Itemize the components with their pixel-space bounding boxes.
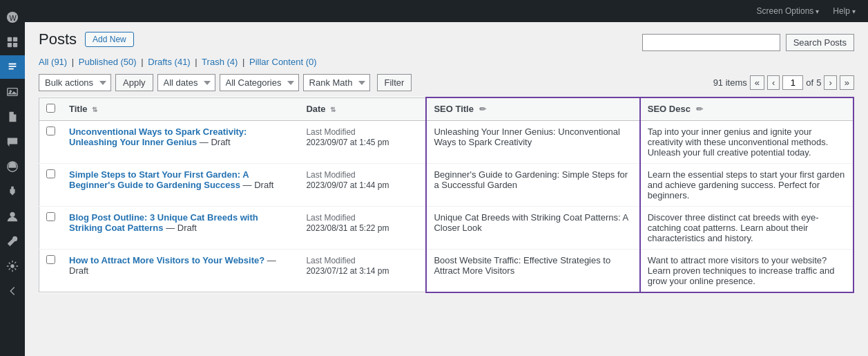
row-checkbox-cell — [39, 249, 63, 292]
title-sort-icon: ⇅ — [92, 106, 97, 113]
seo-desc-label: SEO Desc — [648, 104, 691, 114]
wp-logo-icon[interactable]: W — [0, 6, 25, 29]
select-all-header — [39, 97, 63, 120]
date-filter-select[interactable]: All dates — [157, 74, 215, 91]
date-value: 2023/09/07 at 1:45 pm — [306, 138, 389, 147]
items-count: 91 items — [713, 77, 747, 88]
sep3: | — [195, 57, 197, 67]
row-checkbox[interactable] — [46, 127, 55, 135]
users-icon[interactable] — [0, 205, 25, 228]
svg-point-10 — [10, 264, 14, 268]
page-number-input[interactable] — [782, 75, 803, 90]
sidebar: W — [0, 0, 25, 356]
row-checkbox[interactable] — [46, 212, 55, 221]
seo-title-cell: Beginner's Guide to Gardening: Simple St… — [426, 163, 639, 206]
media-icon[interactable] — [0, 80, 25, 104]
filter-pillar-link[interactable]: Pillar Content (0) — [249, 57, 317, 67]
seo-desc-cell: Want to attract more visitors to your we… — [640, 249, 853, 292]
seo-desc-cell: Tap into your inner genius and ignite yo… — [640, 120, 853, 163]
dashboard-icon[interactable] — [0, 30, 25, 54]
post-title-cell: Simple Steps to Start Your First Garden:… — [62, 163, 299, 206]
sep1: | — [72, 57, 74, 67]
table-row: Simple Steps to Start Your First Garden:… — [39, 163, 854, 206]
table-row: Blog Post Outline: 3 Unique Cat Breeds w… — [39, 206, 854, 249]
posts-table: Title ⇅ Date ⇅ SEO Title ✏ SEO Desc — [39, 97, 854, 293]
filter-trash-link[interactable]: Trash (4) — [202, 57, 238, 67]
post-title-link[interactable]: Blog Post Outline: 3 Unique Cat Breeds w… — [69, 212, 258, 233]
main-content: Screen Options ▾ Help ▾ Posts Add New Se… — [25, 0, 868, 356]
date-value: 2023/08/31 at 5:22 pm — [306, 223, 389, 233]
sep4: | — [242, 57, 244, 67]
help-button[interactable]: Help ▾ — [829, 5, 860, 17]
help-arrow-icon: ▾ — [852, 8, 856, 15]
row-checkbox-cell — [39, 163, 63, 206]
total-pages: 5 — [816, 77, 821, 88]
filter-button[interactable]: Filter — [377, 74, 412, 91]
row-checkbox-cell — [39, 120, 63, 163]
post-date-cell: Last Modified 2023/09/07 at 1:44 pm — [299, 163, 426, 206]
date-modified-label: Last Modified — [306, 256, 355, 265]
seo-title-cell: Boost Website Traffic: Effective Strateg… — [426, 249, 639, 292]
title-area: Posts Add New — [39, 30, 134, 48]
seo-title-label: SEO Title — [434, 104, 474, 114]
post-title-cell: How to Attract More Visitors to Your Web… — [62, 249, 299, 292]
row-checkbox[interactable] — [46, 169, 55, 178]
pagination: 91 items « ‹ of 5 › » — [713, 75, 854, 90]
first-page-button[interactable]: « — [750, 75, 764, 90]
post-title-cell: Unconventional Ways to Spark Creativity:… — [62, 120, 299, 163]
seo-title-edit-icon[interactable]: ✏ — [479, 104, 486, 114]
search-posts-button[interactable]: Search Posts — [786, 34, 854, 51]
category-filter-select[interactable]: All Categories — [220, 74, 299, 91]
date-value: 2023/07/12 at 3:14 pm — [306, 266, 389, 276]
post-status: — Draft — [243, 180, 274, 190]
next-page-button[interactable]: › — [824, 75, 836, 90]
pages-icon[interactable] — [0, 105, 25, 129]
date-label: Date — [306, 104, 325, 114]
post-date-cell: Last Modified 2023/09/07 at 1:45 pm — [299, 120, 426, 163]
filter-drafts-link[interactable]: Drafts (41) — [148, 57, 190, 67]
seo-desc-cell: Discover three distinct cat breeds with … — [640, 206, 853, 249]
comments-icon[interactable] — [0, 130, 25, 153]
seo-title-cell: Unique Cat Breeds with Striking Coat Pat… — [426, 206, 639, 249]
rank-math-select[interactable]: Rank Math — [303, 74, 370, 91]
svg-rect-2 — [8, 37, 12, 41]
select-all-checkbox[interactable] — [46, 104, 55, 113]
sep2: | — [141, 57, 143, 67]
settings-icon[interactable] — [0, 254, 25, 278]
post-date-cell: Last Modified 2023/08/31 at 5:22 pm — [299, 206, 426, 249]
seo-desc-edit-icon[interactable]: ✏ — [696, 104, 703, 114]
svg-rect-6 — [8, 88, 17, 96]
date-column-header[interactable]: Date ⇅ — [299, 97, 426, 120]
seo-desc-column-header: SEO Desc ✏ — [640, 97, 853, 120]
tools-icon[interactable] — [0, 229, 25, 253]
svg-text:W: W — [10, 14, 17, 22]
title-column-header[interactable]: Title ⇅ — [62, 97, 299, 120]
filter-published-link[interactable]: Published (50) — [79, 57, 137, 67]
screen-options-button[interactable]: Screen Options ▾ — [753, 5, 824, 17]
post-date-cell: Last Modified 2023/07/12 at 3:14 pm — [299, 249, 426, 292]
date-modified-label: Last Modified — [306, 170, 355, 180]
screen-options-label: Screen Options — [757, 6, 814, 16]
appearance-icon[interactable] — [0, 155, 25, 178]
filter-all-link[interactable]: All (91) — [39, 57, 67, 67]
svg-rect-3 — [13, 37, 17, 41]
plugins-icon[interactable] — [0, 180, 25, 203]
post-status: — Draft — [166, 223, 197, 233]
posts-icon[interactable] — [0, 55, 25, 79]
prev-page-button[interactable]: ‹ — [767, 75, 780, 90]
add-new-button[interactable]: Add New — [85, 32, 134, 47]
search-input[interactable] — [642, 34, 780, 51]
table-row: How to Attract More Visitors to Your Web… — [39, 249, 854, 292]
row-checkbox[interactable] — [46, 255, 55, 264]
bulk-actions-select[interactable]: Bulk actions — [39, 74, 111, 91]
toolbar-left: Bulk actions Apply All dates All Categor… — [39, 74, 412, 91]
page-title: Posts — [39, 30, 77, 48]
date-sort-icon: ⇅ — [330, 106, 336, 113]
collapse-icon[interactable] — [0, 279, 25, 303]
svg-rect-4 — [8, 43, 12, 47]
post-title-link[interactable]: Simple Steps to Start Your First Garden:… — [69, 169, 249, 190]
post-title-link[interactable]: How to Attract More Visitors to Your Web… — [69, 255, 264, 265]
apply-button[interactable]: Apply — [115, 74, 153, 91]
post-status: — Draft — [200, 137, 231, 147]
last-page-button[interactable]: » — [840, 75, 854, 90]
